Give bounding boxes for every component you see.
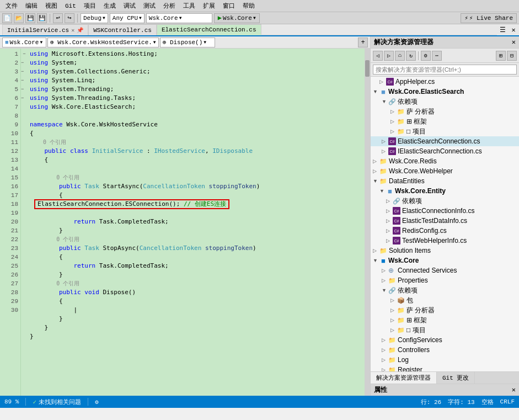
tab-solution-explorer[interactable]: 解决方案资源管理器 <box>371 372 437 384</box>
code-line: using System.Collections.Generic; <box>30 67 362 76</box>
tree-item-controllers[interactable]: ▷ 📁 Controllers <box>371 345 519 355</box>
tab-elasticsearchconnection[interactable]: ElasticSearchConnection.cs <box>157 24 261 35</box>
sol-btn-home[interactable]: ⌂ <box>395 51 405 61</box>
toolbar-undo[interactable]: ↩ <box>53 13 63 23</box>
tab-close-button[interactable]: ✕ <box>508 24 519 35</box>
menu-project[interactable]: 项目 <box>81 2 99 10</box>
code-line: } <box>30 315 362 323</box>
tab-git-changes[interactable]: Git 更改 <box>437 372 475 384</box>
tree-item-framework2[interactable]: ▷ 📁 ⊞ 框架 <box>371 315 519 325</box>
tab-label: InitialService.cs <box>7 27 69 34</box>
tree-item-redisconfig[interactable]: ▷ C# RedisConfig.cs <box>371 226 519 236</box>
tree-item-wsk-entity[interactable]: ▼ ■ Wsk.Core.Entity <box>371 186 519 196</box>
menu-git[interactable]: Git <box>62 3 79 9</box>
menu-edit[interactable]: 编辑 <box>22 2 41 10</box>
properties-close[interactable]: ✕ <box>512 386 516 394</box>
solution-explorer-header: 解决方案资源管理器 ✕ <box>371 36 519 49</box>
settings-icon[interactable]: ⚙ <box>95 398 99 406</box>
tab-initialservice[interactable]: InitialService.cs ✕ 📌 <box>2 24 88 35</box>
code-line-refcount: 0 个引用 <box>30 173 362 182</box>
code-content[interactable]: using Microsoft.Extensions.Hosting; usin… <box>28 49 365 396</box>
toolbar-save-all[interactable]: 💾 <box>37 13 47 23</box>
sol-btn-sync[interactable]: ↻ <box>406 51 416 61</box>
menu-file[interactable]: 文件 <box>2 2 21 10</box>
code-line: public Task StopAsync(CancellationToken … <box>30 244 362 253</box>
code-line: { <box>30 191 362 200</box>
tree-item-elastic-info[interactable]: ▷ C# ElasticConnectionInfo.cs <box>371 206 519 216</box>
tree-item-deps3[interactable]: ▼ 🔗 依赖项 <box>371 285 519 295</box>
menu-build[interactable]: 生成 <box>100 2 119 10</box>
menu-analyze[interactable]: 分析 <box>160 2 179 10</box>
project-dropdown[interactable]: Wsk.Core ▼ <box>146 13 212 23</box>
sol-btn-forward[interactable]: ▷ <box>384 51 394 61</box>
tree-item-testwebhelper[interactable]: ▷ C# TestWebHelperInfo.cs <box>371 236 519 246</box>
tree-item-connected-services[interactable]: ▷ ⊕ Connected Services <box>371 265 519 275</box>
file-path-dropdown[interactable]: ■ Wsk.Core ▼ <box>2 38 46 47</box>
tree-item-apphelper[interactable]: ▷ C# AppHelper.cs <box>371 77 519 87</box>
menu-debug[interactable]: 调试 <box>120 2 139 10</box>
class-path-dropdown[interactable]: ⊕ Wsk.Core.WskHostedService. ▼ <box>47 38 159 47</box>
tree-item-elastic-testdata[interactable]: ▷ C# ElasticTestDataInfo.cs <box>371 216 519 226</box>
tree-item-log[interactable]: ▷ 📁 Log <box>371 355 519 365</box>
toolbar-save[interactable]: 💾 <box>25 13 35 23</box>
tree-item-elastic-conn[interactable]: ▷ C# ElasticSearchConnection.cs <box>371 136 519 146</box>
toolbar-open[interactable]: 📂 <box>14 13 24 23</box>
code-line-refcount: 0 个引用 <box>30 235 362 244</box>
tree-item-deps2[interactable]: ▷ 🔗 依赖项 <box>371 196 519 206</box>
tree-item-wsk-elastic[interactable]: ▼ ■ Wsk.Core.ElasticSearch <box>371 87 519 97</box>
toolbar-redo[interactable]: ↪ <box>65 13 74 23</box>
menu-test[interactable]: 测试 <box>140 2 159 10</box>
code-line: { <box>30 253 362 262</box>
tab-wskcontroller[interactable]: WSKController.cs <box>88 24 157 35</box>
sol-btn-filter[interactable]: ⚙ <box>421 51 431 61</box>
pinned-icon[interactable]: 📌 <box>77 27 83 34</box>
live-share-button[interactable]: ⚡ ⚡ Live Share <box>461 13 517 23</box>
tree-item-solution-items[interactable]: ▷ 📁 Solution Items <box>371 246 519 256</box>
toolbar-new-project[interactable]: 📄 <box>2 13 12 23</box>
solution-search-input[interactable] <box>373 65 517 75</box>
tree-item-packages[interactable]: ▷ 📦 包 <box>371 295 519 305</box>
menu-help[interactable]: 帮助 <box>239 2 258 10</box>
method-path-dropdown[interactable]: ⊕ Dispose() ▼ <box>160 38 215 47</box>
tab-settings-icon[interactable]: ☰ <box>497 24 508 35</box>
debug-config-dropdown[interactable]: Debug ▼ <box>81 13 108 23</box>
code-line: } <box>30 323 362 332</box>
tree-item-configservices[interactable]: ▷ 📁 ConfigServices <box>371 335 519 345</box>
tree-item-properties[interactable]: ▷ 📁 Properties <box>371 275 519 285</box>
tree-item-analyzer2[interactable]: ▷ 📁 萨 分析器 <box>371 305 519 315</box>
code-line: { <box>30 297 362 306</box>
cpu-dropdown[interactable]: Any CPU ▼ <box>110 13 145 23</box>
menu-view[interactable]: 视图 <box>42 2 61 10</box>
run-button[interactable]: ▶ Wsk.Core ▼ <box>214 13 260 23</box>
tree-item-wsk-webhelper[interactable]: ▷ 📁 Wsk.Core.WebHelper <box>371 166 519 176</box>
code-line <box>30 209 362 217</box>
tree-item-project1[interactable]: ▷ 📁 □ 项目 <box>371 126 519 136</box>
tree-item-dataentities[interactable]: ▼ 📁 DataEntities <box>371 176 519 186</box>
solution-explorer-close[interactable]: ✕ <box>512 38 516 46</box>
code-line: } <box>30 270 362 279</box>
code-line-highlighted: ElasticSearchConnection.ESConnection(); … <box>30 200 362 209</box>
tree-item-register[interactable]: ▷ 📁 Register <box>371 365 519 371</box>
zoom-level[interactable]: 89 % <box>4 398 19 405</box>
tree-item-analyzer1[interactable]: ▷ 📁 萨 分析器 <box>371 107 519 116</box>
vertical-scrollbar[interactable] <box>365 49 370 396</box>
menu-tools[interactable]: 工具 <box>180 2 199 10</box>
tree-item-wsk-redis[interactable]: ▷ 📁 Wsk.Core.Redis <box>371 156 519 166</box>
code-line: { <box>30 129 362 138</box>
code-line <box>30 111 362 120</box>
sol-btn-more[interactable]: ⋯ <box>432 51 442 61</box>
tree-item-project2[interactable]: ▷ 📁 □ 项目 <box>371 325 519 335</box>
tree-item-framework1[interactable]: ▷ 📁 ⊞ 框架 <box>371 116 519 126</box>
sol-btn-preview[interactable]: ⊟ <box>507 51 517 61</box>
menu-window[interactable]: 窗口 <box>220 2 238 10</box>
tab-close-icon[interactable]: ✕ <box>71 27 74 34</box>
tree-item-deps1[interactable]: ▼ 🔗 依赖项 <box>371 97 519 107</box>
editor-add-icon[interactable]: + <box>358 38 368 47</box>
menu-extensions[interactable]: 扩展 <box>200 2 218 10</box>
tree-item-ielastic-conn[interactable]: ▷ C# IElasticSearchConnection.cs <box>371 146 519 156</box>
code-line: public void Dispose() <box>30 288 362 297</box>
code-line-cursor[interactable]: | <box>30 306 362 315</box>
sol-btn-properties[interactable]: ⊞ <box>496 51 506 61</box>
tree-item-wsk-core-main[interactable]: ▼ ■ Wsk.Core <box>371 256 519 265</box>
sol-btn-back[interactable]: ◁ <box>373 51 383 61</box>
